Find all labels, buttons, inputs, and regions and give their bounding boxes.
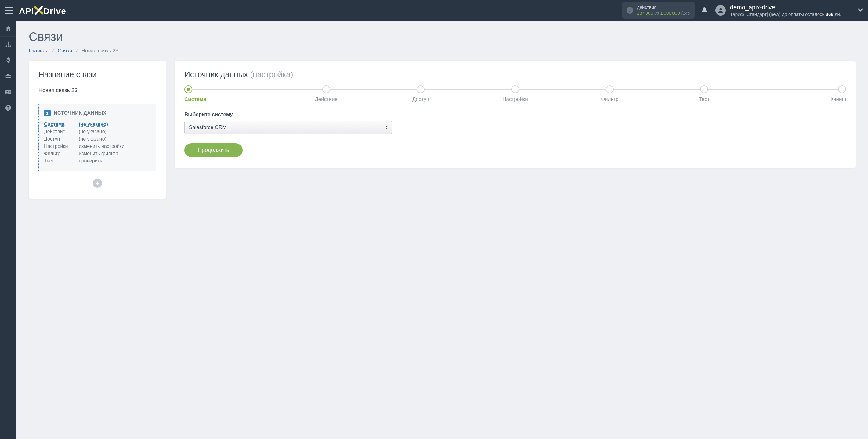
svg-rect-1 xyxy=(8,41,9,43)
step-dot xyxy=(184,86,192,93)
stepper: СистемаДействиеДоступНастройкиФильтрТест… xyxy=(184,86,846,102)
user-menu[interactable]: demo_apix-drive Тариф |Стандарт| (new) д… xyxy=(715,3,863,18)
svg-point-0 xyxy=(719,8,721,10)
data-source-rows: Система(не указано)Действие(не указано)Д… xyxy=(44,121,151,165)
step-dot xyxy=(700,86,708,93)
source-row-value[interactable]: (не указано) xyxy=(79,122,108,127)
step-система[interactable]: Система xyxy=(184,86,279,102)
actions-label: действия: xyxy=(637,5,690,10)
step-label: Тест xyxy=(657,96,752,102)
source-row-3: Настройкиизменить настройки xyxy=(44,143,151,150)
source-row-1: Действие(не указано) xyxy=(44,128,151,135)
user-text: demo_apix-drive Тариф |Стандарт| (new) д… xyxy=(730,3,841,18)
source-row-key: Действие xyxy=(44,129,74,134)
step-dot xyxy=(416,86,425,93)
card-connection-name: Название связи 1 ИСТОЧНИК ДАННЫХ Система… xyxy=(29,61,166,199)
source-row-value: изменить настройки xyxy=(79,144,125,149)
source-row-value: (не указано) xyxy=(79,129,106,134)
info-icon: i xyxy=(627,7,633,14)
sidebar-item-connections[interactable] xyxy=(0,37,17,53)
source-row-2: Доступ(не указано) xyxy=(44,135,151,143)
step-label: Действие xyxy=(279,96,374,102)
step-badge-1: 1 xyxy=(44,110,51,116)
actions-tail: (149 xyxy=(681,10,690,15)
sidebar-item-id-card[interactable] xyxy=(0,84,17,100)
system-select[interactable]: Salesforce CRM xyxy=(184,121,392,134)
svg-point-11 xyxy=(8,109,8,109)
connection-name-input[interactable] xyxy=(38,86,156,97)
select-arrows-icon xyxy=(385,126,388,129)
add-destination-button[interactable]: + xyxy=(93,179,102,188)
actions-counter[interactable]: i действия: 137'000 из 1'000'000 (149 xyxy=(622,2,695,19)
step-настройки[interactable]: Настройки xyxy=(468,86,562,102)
svg-point-7 xyxy=(7,91,8,92)
logo[interactable]: API Drive xyxy=(19,5,66,16)
step-label: Финиш xyxy=(751,96,846,102)
data-source-heading: 1 ИСТОЧНИК ДАННЫХ xyxy=(44,110,151,116)
svg-rect-3 xyxy=(8,45,9,47)
logo-x-icon xyxy=(34,5,44,15)
actions-used: 137'000 xyxy=(637,10,653,15)
logo-api: API xyxy=(19,6,34,16)
breadcrumb-home[interactable]: Главная xyxy=(29,48,49,54)
chevron-down-icon xyxy=(858,8,863,13)
source-row-value: изменить фильтр xyxy=(79,151,118,157)
plan-line: Тариф |Стандарт| (new) до оплаты осталос… xyxy=(730,11,841,18)
actions-total: 1'000'000 xyxy=(660,10,680,15)
card-source-config: Источник данных (настройка) СистемаДейст… xyxy=(175,61,856,168)
svg-rect-9 xyxy=(9,92,11,92)
card-right-heading: Источник данных (настройка) xyxy=(184,70,846,79)
source-row-0[interactable]: Система(не указано) xyxy=(44,121,151,128)
username: demo_apix-drive xyxy=(730,3,841,11)
source-row-key[interactable]: Система xyxy=(44,122,74,127)
logo-drive: Drive xyxy=(43,6,66,16)
system-select-value: Salesforce CRM xyxy=(189,124,227,131)
step-действие[interactable]: Действие xyxy=(279,86,374,102)
step-label: Настройки xyxy=(468,96,562,102)
select-system-label: Выберите систему xyxy=(184,111,846,118)
step-финиш[interactable]: Финиш xyxy=(751,86,846,102)
step-label: Фильтр xyxy=(562,96,657,102)
page-title: Связи xyxy=(29,30,856,43)
source-row-value: (не указано) xyxy=(79,136,106,142)
step-dot xyxy=(511,86,519,93)
header: API Drive i действия: 137'000 из 1'000'0… xyxy=(0,0,868,21)
source-row-key: Фильтр xyxy=(44,151,74,157)
data-source-box: 1 ИСТОЧНИК ДАННЫХ Система(не указано)Дей… xyxy=(38,104,156,171)
heading-sub: (настройка) xyxy=(250,70,293,79)
step-dot xyxy=(606,86,614,93)
heading-main: Источник данных xyxy=(184,70,250,79)
step-dot xyxy=(322,86,330,93)
content: Связи Главная / Связи / Новая связь 23 Н… xyxy=(17,21,868,439)
source-row-key: Тест xyxy=(44,158,74,164)
avatar-icon xyxy=(715,5,726,15)
step-доступ[interactable]: Доступ xyxy=(373,86,468,102)
step-фильтр[interactable]: Фильтр xyxy=(562,86,657,102)
sidebar-item-briefcase[interactable] xyxy=(0,68,17,84)
actions-counter-text: действия: 137'000 из 1'000'000 (149 xyxy=(637,5,690,16)
svg-rect-2 xyxy=(6,45,7,47)
source-row-key: Настройки xyxy=(44,144,74,149)
source-row-key: Доступ xyxy=(44,136,74,142)
sidebar-item-home[interactable] xyxy=(0,21,17,37)
card-left-heading: Название связи xyxy=(38,70,156,79)
source-row-value: проверить xyxy=(79,158,102,164)
breadcrumb-links[interactable]: Связи xyxy=(58,48,72,54)
hamburger-menu[interactable] xyxy=(5,7,13,14)
breadcrumb: Главная / Связи / Новая связь 23 xyxy=(29,48,856,54)
svg-rect-8 xyxy=(9,91,11,92)
sidebar-item-billing[interactable] xyxy=(0,53,17,68)
sidebar xyxy=(0,21,17,439)
step-label: Доступ xyxy=(373,96,468,102)
step-тест[interactable]: Тест xyxy=(657,86,752,102)
notifications-bell-icon[interactable] xyxy=(701,7,708,14)
data-source-heading-text: ИСТОЧНИК ДАННЫХ xyxy=(54,110,106,116)
continue-button[interactable]: Продолжить xyxy=(184,143,243,157)
source-row-4: Фильтризменить фильтр xyxy=(44,150,151,157)
source-row-5: Тестпроверить xyxy=(44,157,151,165)
step-dot xyxy=(838,86,846,93)
sidebar-item-help[interactable] xyxy=(0,100,17,116)
step-label: Система xyxy=(184,96,279,102)
breadcrumb-current: Новая связь 23 xyxy=(82,48,118,54)
actions-of-word: из xyxy=(654,10,659,15)
